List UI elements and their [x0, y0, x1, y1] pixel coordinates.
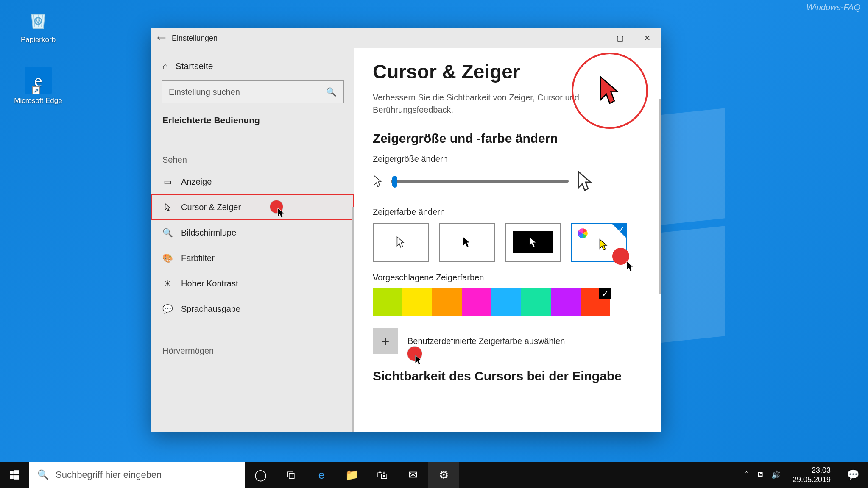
svg-rect-2 [10, 471, 14, 474]
nav-label: Bildschirmlupe [181, 228, 236, 238]
sidebar-home-label: Startseite [176, 61, 213, 71]
taskbar-mail[interactable]: ✉ [398, 462, 428, 488]
desktop-icon-label: Microsoft Edge [13, 97, 64, 105]
maximize-button[interactable]: ▢ [606, 28, 634, 48]
nav-label: Hoher Kontrast [181, 279, 238, 288]
sidebar-group-hearing: Hörvermögen [151, 338, 354, 360]
suggested-color-swatches [373, 288, 642, 316]
pointer-small-icon [373, 175, 383, 188]
nav-label: Cursor & Zeiger [181, 202, 241, 212]
home-icon: ⌂ [162, 61, 168, 71]
page-description: Verbessern Sie die Sichtbarkeit von Zeig… [373, 92, 593, 116]
color-swatch[interactable] [402, 288, 432, 316]
sidebar-item-high-contrast[interactable]: ☀ Hoher Kontrast [151, 271, 354, 296]
taskbar-store[interactable]: 🛍 [367, 462, 398, 488]
sidebar-item-magnifier[interactable]: 🔍 Bildschirmlupe [151, 220, 354, 245]
sidebar-category-label: Erleichterte Bedienung [151, 113, 354, 136]
narrator-icon: 💬 [162, 304, 173, 314]
sidebar-search-input[interactable]: Einstellung suchen 🔍 [162, 80, 344, 103]
annotation-cursor-icon [414, 354, 423, 366]
system-tray: ˄ 🖥 🔊 23:03 29.05.2019 💬 [745, 462, 868, 488]
pointer-color-white[interactable] [373, 223, 429, 262]
magnifier-icon: 🔍 [162, 227, 173, 238]
settings-content: Cursor & Zeiger Verbessern Sie die Sicht… [354, 48, 661, 432]
sidebar-item-display[interactable]: ▭ Anzeige [151, 169, 354, 194]
color-swatch[interactable] [491, 288, 521, 316]
search-icon: 🔍 [37, 469, 49, 480]
recycle-bin-icon [25, 6, 52, 33]
pointer-color-options: ✓ [373, 223, 642, 262]
clock-date: 29.05.2019 [793, 475, 831, 485]
pointer-color-custom[interactable]: ✓ [571, 223, 627, 262]
nav-label: Sprachausgabe [181, 304, 240, 314]
tray-volume-icon[interactable]: 🔊 [771, 470, 781, 480]
desktop-icon-edge[interactable]: ↗ Microsoft Edge [13, 67, 64, 105]
display-icon: ▭ [162, 177, 173, 187]
suggested-colors-label: Vorgeschlagene Zeigerfarben [373, 273, 642, 283]
sidebar-nav-list: ▭ Anzeige Cursor & Zeiger 🔍 Bildschirmlu… [151, 169, 354, 322]
sidebar-item-narrator[interactable]: 💬 Sprachausgabe [151, 296, 354, 322]
taskbar: 🔍 Suchbegriff hier eingeben ◯ ⧉ e 📁 🛍 ✉ … [0, 462, 868, 488]
custom-color-label: Benutzerdefinierte Zeigerfarbe auswählen [407, 336, 565, 346]
check-icon: ✓ [618, 224, 625, 234]
window-title: Einstellungen [172, 34, 218, 43]
timeline-button[interactable]: ⧉ [276, 462, 306, 488]
custom-color-row: ＋ Benutzerdefinierte Zeigerfarbe auswähl… [373, 328, 642, 354]
close-button[interactable]: ✕ [634, 28, 661, 48]
clock-time: 23:03 [793, 466, 831, 475]
taskbar-settings[interactable]: ⚙ [428, 462, 459, 488]
pointer-color-black[interactable] [439, 223, 495, 262]
color-swatch[interactable] [432, 288, 462, 316]
cursor-icon [162, 202, 173, 212]
custom-color-button[interactable]: ＋ [373, 328, 398, 354]
tray-network-icon[interactable]: 🖥 [756, 471, 764, 480]
taskbar-search-placeholder: Suchbegriff hier eingeben [56, 469, 162, 480]
content-scrollbar[interactable] [659, 99, 661, 294]
search-icon: 🔍 [326, 87, 337, 97]
annotation-cursor-icon [626, 261, 634, 272]
pointer-large-icon [576, 170, 593, 193]
section-size-color: Zeigergröße und -farbe ändern [373, 131, 642, 146]
color-swatch[interactable] [581, 288, 610, 316]
pointer-color-inverted[interactable] [505, 223, 561, 262]
nav-label: Farbfilter [181, 253, 215, 263]
taskbar-search[interactable]: 🔍 Suchbegriff hier eingeben [29, 462, 245, 488]
taskbar-file-explorer[interactable]: 📁 [337, 462, 367, 488]
pointer-size-label: Zeigergröße ändern [373, 154, 642, 164]
action-center-button[interactable]: 💬 [843, 469, 864, 481]
sidebar-item-cursor-pointer[interactable]: Cursor & Zeiger [151, 194, 354, 220]
palette-icon: 🎨 [162, 253, 173, 263]
taskbar-edge[interactable]: e [306, 462, 337, 488]
contrast-icon: ☀ [162, 278, 173, 288]
minimize-button[interactable]: — [579, 28, 606, 48]
settings-window: 🡐 Einstellungen — ▢ ✕ ⌂ Startseite Einst… [151, 28, 661, 432]
tray-overflow-icon[interactable]: ˄ [745, 470, 748, 480]
color-swatch[interactable] [373, 288, 402, 316]
watermark-text: Windows-FAQ [807, 3, 860, 12]
search-placeholder: Einstellung suchen [169, 87, 326, 97]
window-titlebar: 🡐 Einstellungen — ▢ ✕ [151, 28, 661, 48]
back-button[interactable]: 🡐 [151, 28, 172, 48]
edge-icon: ↗ [25, 67, 52, 94]
nav-label: Anzeige [181, 177, 212, 187]
color-swatch[interactable] [521, 288, 551, 316]
desktop-icon-recycle-bin[interactable]: Papierkorb [13, 6, 64, 44]
task-view-button[interactable]: ◯ [245, 462, 276, 488]
color-swatch[interactable] [551, 288, 581, 316]
pointer-size-slider-row [373, 170, 642, 193]
pointer-size-slider[interactable] [391, 180, 569, 183]
section-cursor-visibility: Sichtbarkeit des Cursors bei der Eingabe [373, 369, 642, 383]
svg-rect-4 [10, 475, 14, 479]
sidebar-item-color-filters[interactable]: 🎨 Farbfilter [151, 245, 354, 271]
color-wheel-icon [577, 227, 589, 241]
annotation-big-pointer [572, 53, 648, 129]
shortcut-overlay-icon: ↗ [32, 86, 40, 94]
sidebar-home[interactable]: ⌂ Startseite [151, 48, 354, 80]
svg-rect-5 [14, 475, 19, 480]
slider-thumb[interactable] [392, 176, 397, 188]
taskbar-clock[interactable]: 23:03 29.05.2019 [788, 466, 835, 485]
color-swatch[interactable] [462, 288, 491, 316]
annotation-cursor-icon [277, 207, 285, 219]
start-button[interactable] [0, 462, 29, 488]
sidebar-group-vision: Sehen [151, 147, 354, 169]
